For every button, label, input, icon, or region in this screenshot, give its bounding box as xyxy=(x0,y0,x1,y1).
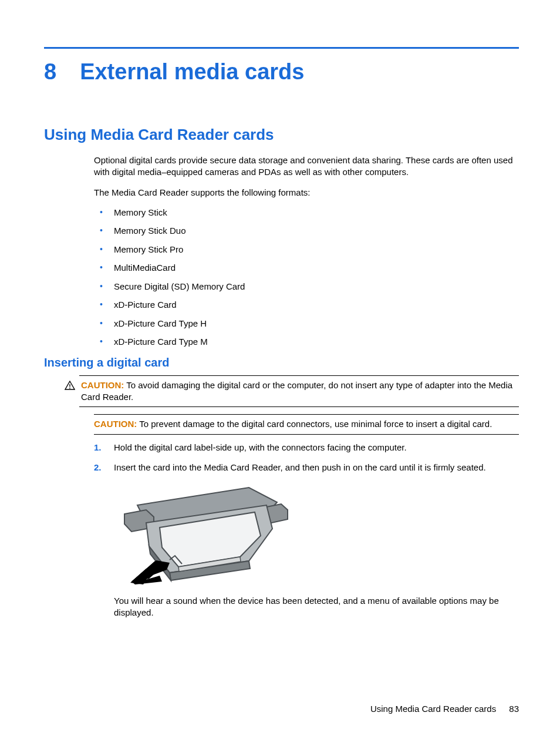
list-item: xD-Picture Card Type H xyxy=(94,318,519,330)
arrow-icon xyxy=(130,560,170,584)
step-item: Hold the digital card label-side up, wit… xyxy=(94,442,519,453)
page-footer: Using Media Card Reader cards 83 xyxy=(370,704,519,714)
format-list: Memory Stick Memory Stick Duo Memory Sti… xyxy=(94,207,519,348)
caution-label: CAUTION: xyxy=(81,380,124,390)
caution-icon xyxy=(65,381,75,390)
step-item: Insert the card into the Media Card Read… xyxy=(94,462,519,473)
caution-text: To prevent damage to the digital card co… xyxy=(139,419,492,429)
chapter-heading: 8 External media cards xyxy=(44,59,519,85)
caution-label: CAUTION: xyxy=(94,419,137,429)
intro-paragraph-1: Optional digital cards provide secure da… xyxy=(94,154,519,179)
intro-paragraph-2: The Media Card Reader supports the follo… xyxy=(94,187,519,199)
list-item: MultiMediaCard xyxy=(94,262,519,274)
footer-page-number: 83 xyxy=(509,704,519,714)
steps-list: Hold the digital card label-side up, wit… xyxy=(94,442,519,474)
caution-text: To avoid damaging the digital card or th… xyxy=(81,380,512,402)
after-step-note: You will hear a sound when the device ha… xyxy=(114,595,519,619)
subsection-heading: Inserting a digital card xyxy=(44,356,519,369)
list-item: xD-Picture Card xyxy=(94,299,519,311)
svg-point-1 xyxy=(69,388,70,389)
list-item: Memory Stick xyxy=(94,207,519,219)
list-item: Memory Stick Duo xyxy=(94,225,519,237)
list-item: xD-Picture Card Type M xyxy=(94,336,519,348)
top-rule xyxy=(44,47,519,49)
list-item: Secure Digital (SD) Memory Card xyxy=(94,281,519,293)
footer-section-title: Using Media Card Reader cards xyxy=(370,704,496,714)
list-item: Memory Stick Pro xyxy=(94,244,519,256)
insert-card-illustration xyxy=(114,482,519,584)
section-heading: Using Media Card Reader cards xyxy=(44,126,519,144)
caution-note-2: CAUTION: To prevent damage to the digita… xyxy=(94,414,519,434)
caution-note-1: CAUTION: To avoid damaging the digital c… xyxy=(79,375,519,408)
chapter-number: 8 xyxy=(44,59,56,85)
chapter-title: External media cards xyxy=(80,59,304,85)
